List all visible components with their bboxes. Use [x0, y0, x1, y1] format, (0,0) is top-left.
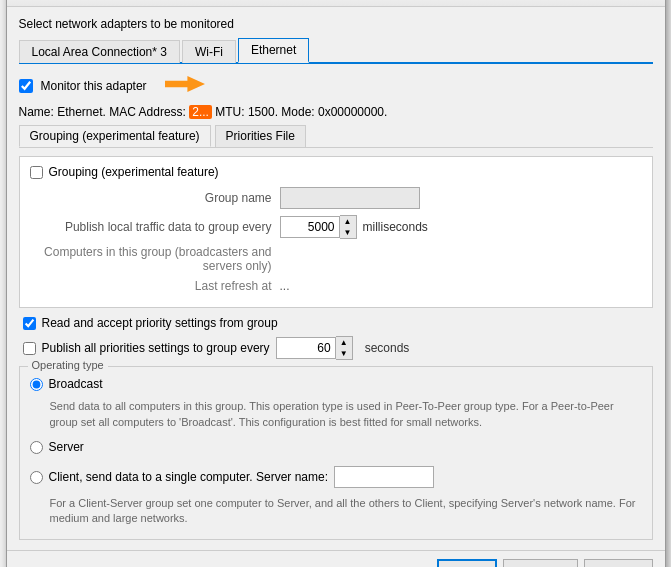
publish-priority-unit: seconds: [365, 341, 410, 355]
group-box: Grouping (experimental feature) Group na…: [19, 156, 653, 308]
spinner-down[interactable]: ▼: [340, 227, 356, 238]
dialog-body: Select network adapters to be monitored …: [7, 7, 665, 550]
broadcast-label[interactable]: Broadcast: [49, 377, 103, 391]
publish-spinner: ▲ ▼: [280, 215, 357, 239]
server-radio[interactable]: [30, 441, 43, 454]
grouping-label[interactable]: Grouping (experimental feature): [49, 165, 219, 179]
client-desc: For a Client-Server group set one comput…: [50, 496, 642, 527]
mac-address: 2...: [189, 105, 212, 119]
publish-priority-row: Publish all priorities settings to group…: [19, 336, 653, 360]
adapter-tabs: Local Area Connection* 3 Wi-Fi Ethernet: [19, 37, 653, 64]
svg-marker-5: [165, 76, 205, 92]
client-radio-row: Client, send data to a single computer. …: [30, 462, 642, 492]
monitor-label[interactable]: Monitor this adapter: [41, 79, 147, 93]
section-label: Select network adapters to be monitored: [19, 17, 653, 31]
dialog-footer: OK Cancel Apply: [7, 550, 665, 567]
info-prefix: Name: Ethernet. MAC Address:: [19, 105, 190, 119]
title-bar: Network Adapters ✕: [7, 0, 665, 7]
client-label[interactable]: Client, send data to a single computer. …: [49, 470, 329, 484]
broadcast-desc: Send data to all computers in this group…: [50, 399, 642, 430]
publish-priority-value[interactable]: [276, 337, 336, 359]
publish-priority-label[interactable]: Publish all priorities settings to group…: [42, 341, 270, 355]
server-radio-row: Server: [30, 436, 642, 458]
tab-local-area[interactable]: Local Area Connection* 3: [19, 40, 180, 63]
operating-section: Operating type Broadcast Send data to al…: [19, 366, 653, 540]
publish-value[interactable]: [280, 216, 340, 238]
last-refresh-label: Last refresh at: [30, 279, 280, 293]
computers-label: Computers in this group (broadcasters an…: [30, 245, 280, 273]
grouping-checkbox[interactable]: [30, 166, 43, 179]
priority-spinner-down[interactable]: ▼: [336, 348, 352, 359]
publish-unit: milliseconds: [363, 220, 428, 234]
last-refresh-value: ...: [280, 279, 290, 293]
operating-legend: Operating type: [28, 359, 108, 371]
tab-wifi[interactable]: Wi-Fi: [182, 40, 236, 63]
network-adapters-dialog: Network Adapters ✕ Select network adapte…: [6, 0, 666, 567]
publish-priority-spinner: ▲ ▼: [276, 336, 353, 360]
read-priority-label[interactable]: Read and accept priority settings from g…: [42, 316, 278, 330]
spinner-up[interactable]: ▲: [340, 216, 356, 227]
spinner-buttons: ▲ ▼: [340, 215, 357, 239]
group-name-input[interactable]: [280, 187, 420, 209]
broadcast-radio[interactable]: [30, 378, 43, 391]
client-radio[interactable]: [30, 471, 43, 484]
last-refresh-row: Last refresh at ...: [30, 279, 642, 293]
sub-tab-priorities[interactable]: Priorities File: [215, 125, 306, 147]
tab-ethernet[interactable]: Ethernet: [238, 38, 309, 63]
server-name-input[interactable]: [334, 466, 434, 488]
priority-spinner-up[interactable]: ▲: [336, 337, 352, 348]
ok-button[interactable]: OK: [437, 559, 497, 567]
group-name-label: Group name: [30, 191, 280, 205]
read-priority-row: Read and accept priority settings from g…: [19, 316, 653, 330]
grouping-row: Grouping (experimental feature): [30, 165, 642, 179]
group-name-row: Group name: [30, 187, 642, 209]
broadcast-radio-row: Broadcast: [30, 373, 642, 395]
server-label[interactable]: Server: [49, 440, 84, 454]
sub-tabs: Grouping (experimental feature) Prioriti…: [19, 125, 653, 148]
cancel-button[interactable]: Cancel: [503, 559, 578, 567]
publish-label: Publish local traffic data to group ever…: [30, 220, 280, 234]
info-row: Name: Ethernet. MAC Address: 2... MTU: 1…: [19, 105, 653, 119]
read-priority-checkbox[interactable]: [23, 317, 36, 330]
computers-row: Computers in this group (broadcasters an…: [30, 245, 642, 273]
publish-priority-checkbox[interactable]: [23, 342, 36, 355]
priority-spinner-buttons: ▲ ▼: [336, 336, 353, 360]
apply-button[interactable]: Apply: [584, 559, 652, 567]
monitor-checkbox[interactable]: [19, 79, 33, 93]
info-suffix: MTU: 1500. Mode: 0x00000000.: [212, 105, 387, 119]
publish-row: Publish local traffic data to group ever…: [30, 215, 642, 239]
sub-tab-grouping[interactable]: Grouping (experimental feature): [19, 125, 211, 147]
arrow-indicator: [165, 72, 205, 99]
monitor-row: Monitor this adapter: [19, 72, 653, 99]
